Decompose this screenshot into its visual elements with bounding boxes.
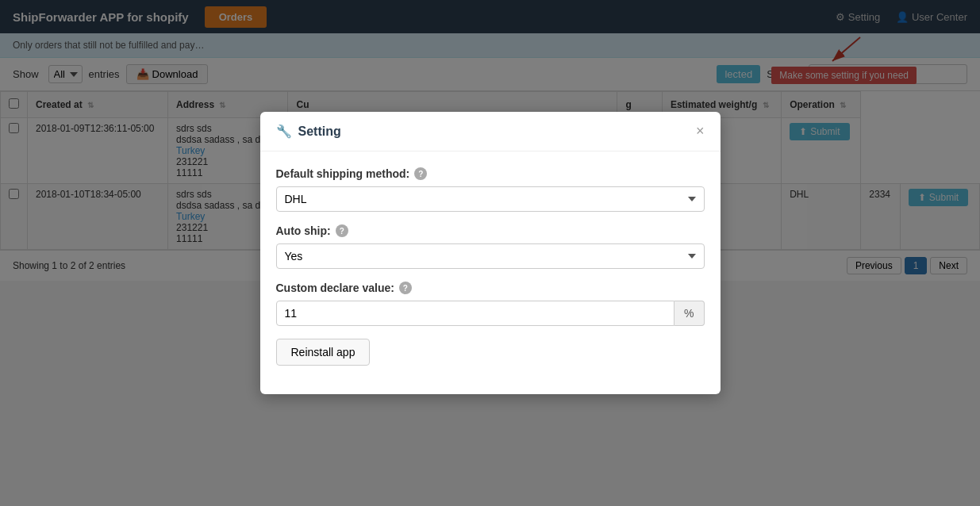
auto-ship-select[interactable]: Yes No	[276, 243, 705, 269]
shipping-method-label: Default shipping method: ?	[276, 167, 705, 180]
settings-modal: 🔧 Setting × Default shipping method: ? D…	[260, 112, 721, 281]
auto-ship-help-icon[interactable]: ?	[336, 224, 348, 237]
shipping-method-group: Default shipping method: ? DHL FedEx UPS…	[276, 167, 705, 212]
modal-header: 🔧 Setting ×	[260, 112, 721, 151]
auto-ship-group: Auto ship: ? Yes No	[276, 224, 705, 269]
auto-ship-label: Auto ship: ?	[276, 224, 705, 237]
shipping-method-select[interactable]: DHL FedEx UPS EMS	[276, 186, 705, 212]
wrench-icon: 🔧	[276, 124, 292, 139]
modal-title: 🔧 Setting	[276, 124, 341, 139]
modal-body: Default shipping method: ? DHL FedEx UPS…	[260, 151, 721, 281]
shipping-help-icon[interactable]: ?	[414, 167, 427, 180]
modal-close-button[interactable]: ×	[696, 123, 705, 140]
modal-overlay: 🔧 Setting × Default shipping method: ? D…	[0, 0, 980, 281]
